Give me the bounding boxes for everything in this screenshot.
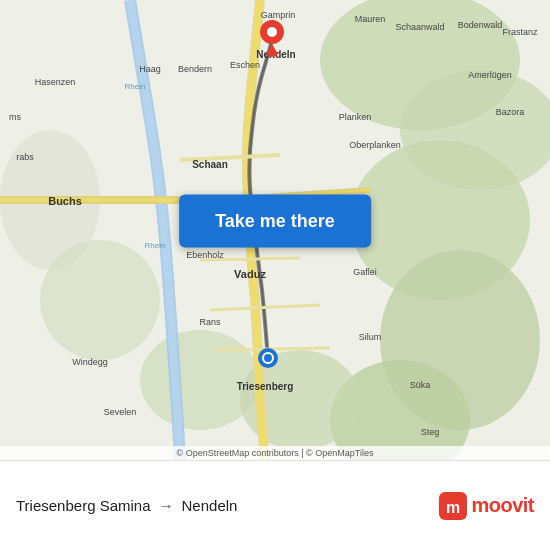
moovit-icon: m (439, 492, 467, 520)
svg-text:Gaflei: Gaflei (353, 267, 377, 277)
route-info: Triesenberg Samina → Nendeln (16, 497, 237, 514)
svg-text:Sevelen: Sevelen (104, 407, 137, 417)
svg-text:Haag: Haag (139, 64, 161, 74)
svg-text:Vaduz: Vaduz (234, 268, 266, 280)
svg-text:Schaanwald: Schaanwald (395, 22, 444, 32)
svg-text:Windegg: Windegg (72, 357, 108, 367)
svg-text:Gamprin: Gamprin (261, 10, 296, 20)
svg-text:Buchs: Buchs (48, 195, 82, 207)
svg-text:m: m (446, 499, 460, 516)
route-from: Triesenberg Samina (16, 497, 151, 514)
svg-point-7 (140, 330, 260, 430)
svg-text:ms: ms (9, 112, 21, 122)
route-arrow: → (159, 497, 174, 514)
svg-text:rabs: rabs (16, 152, 34, 162)
svg-point-53 (264, 354, 272, 362)
svg-text:Oberplanken: Oberplanken (349, 140, 401, 150)
route-to: Nendeln (182, 497, 238, 514)
svg-text:Rhein: Rhein (125, 82, 146, 91)
svg-text:Planken: Planken (339, 112, 372, 122)
bottom-bar: Triesenberg Samina → Nendeln m moovit (0, 460, 550, 550)
svg-text:Silum: Silum (359, 332, 382, 342)
svg-text:Bazora: Bazora (496, 107, 525, 117)
svg-text:Rhein: Rhein (145, 241, 166, 250)
svg-text:Bodenwald: Bodenwald (458, 20, 503, 30)
svg-text:Ebenholz: Ebenholz (186, 250, 224, 260)
svg-text:Schaan: Schaan (192, 159, 228, 170)
svg-text:Bendern: Bendern (178, 64, 212, 74)
svg-text:Mauren: Mauren (355, 14, 386, 24)
svg-text:Frastanz: Frastanz (502, 27, 538, 37)
svg-text:Süka: Süka (410, 380, 431, 390)
svg-text:Rans: Rans (199, 317, 221, 327)
svg-text:Steg: Steg (421, 427, 440, 437)
svg-text:Triesenberg: Triesenberg (237, 381, 294, 392)
svg-text:Amerlügen: Amerlügen (468, 70, 512, 80)
moovit-logo: m moovit (439, 492, 534, 520)
moovit-text: moovit (471, 494, 534, 517)
map-container: Gamprin Mauren Schaanwald Bodenwald Fras… (0, 0, 550, 460)
svg-text:Eschen: Eschen (230, 60, 260, 70)
route-text: Triesenberg Samina → Nendeln (16, 497, 237, 514)
svg-text:Hasenzen: Hasenzen (35, 77, 76, 87)
take-me-there-button[interactable]: Take me there (179, 194, 371, 247)
svg-point-50 (267, 27, 277, 37)
map-attribution: © OpenStreetMap contributors | © OpenMap… (0, 446, 550, 460)
